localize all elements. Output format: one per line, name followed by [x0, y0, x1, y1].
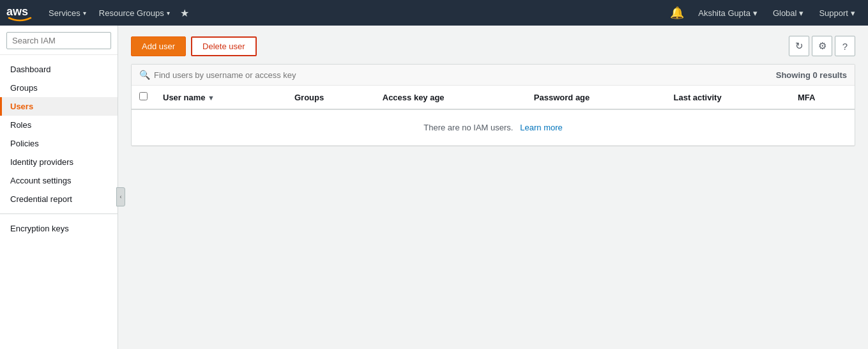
search-input[interactable]: [6, 32, 111, 49]
support-chevron-icon: ▾: [851, 8, 855, 18]
gear-icon: ⚙: [818, 40, 826, 52]
sidebar-nav-group-bottom: Encryption keys: [0, 219, 118, 238]
sidebar-item-identity-providers[interactable]: Identity providers: [0, 153, 118, 171]
sort-icon: ▼: [208, 94, 215, 102]
sidebar-item-roles[interactable]: Roles: [0, 116, 118, 134]
empty-state-row: There are no IAM users. Learn more: [132, 109, 855, 146]
sidebar-item-groups[interactable]: Groups: [0, 79, 118, 97]
add-user-button[interactable]: Add user: [131, 36, 186, 56]
resource-groups-menu[interactable]: Resource Groups ▾: [93, 0, 176, 26]
table-body: There are no IAM users. Learn more: [132, 109, 855, 146]
search-icon: 🔍: [139, 70, 150, 80]
bookmarks-icon[interactable]: ★: [176, 7, 193, 19]
support-menu[interactable]: Support ▾: [812, 0, 862, 26]
nav-right-section: 🔔 Akshita Gupta ▾ Global ▾ Support ▾: [665, 0, 862, 26]
learn-more-link[interactable]: Learn more: [520, 123, 562, 132]
region-chevron-icon: ▾: [799, 8, 803, 18]
sidebar-search-container: [0, 26, 118, 55]
toolbar-right: ↻ ⚙ ?: [789, 36, 855, 56]
sidebar-collapse-button[interactable]: ‹: [116, 187, 125, 206]
sidebar-item-credential-report[interactable]: Credential report: [0, 190, 118, 208]
users-table: User name ▼ Groups Access key age Passwo…: [132, 86, 855, 146]
no-users-message: There are no IAM users.: [423, 123, 513, 132]
delete-user-button[interactable]: Delete user: [191, 36, 256, 56]
svg-text:aws: aws: [6, 5, 28, 18]
sidebar-item-users[interactable]: Users: [0, 97, 118, 116]
help-button[interactable]: ?: [835, 36, 855, 56]
username-column-header[interactable]: User name ▼: [155, 86, 287, 109]
sidebar-divider: [0, 213, 118, 214]
refresh-button[interactable]: ↻: [789, 36, 809, 56]
groups-column-header[interactable]: Groups: [287, 86, 375, 109]
users-table-container: 🔍 Showing 0 results User name ▼ Groups: [131, 64, 855, 146]
sidebar-nav-group-main: Dashboard Groups Users Roles Policies Id…: [0, 60, 118, 208]
toolbar: Add user Delete user ↻ ⚙ ?: [131, 36, 855, 56]
main-content: Add user Delete user ↻ ⚙ ? 🔍 Sh: [118, 26, 868, 349]
user-account-menu[interactable]: Akshita Gupta ▾: [692, 0, 764, 26]
sidebar-item-account-settings[interactable]: Account settings: [0, 171, 118, 190]
toolbar-left: Add user Delete user: [131, 36, 257, 56]
page-layout: Dashboard Groups Users Roles Policies Id…: [0, 26, 868, 349]
mfa-column-header[interactable]: MFA: [790, 86, 855, 109]
help-icon: ?: [842, 41, 848, 52]
sidebar: Dashboard Groups Users Roles Policies Id…: [0, 26, 118, 349]
empty-state-cell: There are no IAM users. Learn more: [132, 109, 855, 146]
last-activity-column-header[interactable]: Last activity: [666, 86, 790, 109]
table-header: User name ▼ Groups Access key age Passwo…: [132, 86, 855, 109]
results-count: Showing 0 results: [776, 70, 847, 80]
sidebar-item-dashboard[interactable]: Dashboard: [0, 60, 118, 79]
user-menu-chevron-icon: ▾: [753, 8, 758, 18]
top-navigation: aws Services ▾ Resource Groups ▾ ★ 🔔 Aks…: [0, 0, 868, 26]
aws-logo[interactable]: aws: [6, 4, 33, 22]
access-key-age-column-header[interactable]: Access key age: [375, 86, 526, 109]
notifications-icon[interactable]: 🔔: [665, 6, 689, 20]
refresh-icon: ↻: [795, 40, 803, 52]
password-age-column-header[interactable]: Password age: [526, 86, 666, 109]
region-menu[interactable]: Global ▾: [766, 0, 811, 26]
select-all-header: [132, 86, 155, 109]
users-search-input[interactable]: [154, 70, 772, 80]
resource-groups-chevron-icon: ▾: [167, 10, 170, 17]
select-all-checkbox[interactable]: [139, 92, 148, 100]
services-chevron-icon: ▾: [83, 10, 86, 17]
services-menu[interactable]: Services ▾: [42, 0, 93, 26]
header-row: User name ▼ Groups Access key age Passwo…: [132, 86, 855, 109]
sidebar-navigation: Dashboard Groups Users Roles Policies Id…: [0, 55, 118, 245]
sidebar-item-encryption-keys[interactable]: Encryption keys: [0, 219, 118, 238]
sidebar-item-policies[interactable]: Policies: [0, 134, 118, 153]
table-search-bar: 🔍 Showing 0 results: [132, 65, 855, 86]
settings-button[interactable]: ⚙: [812, 36, 832, 56]
